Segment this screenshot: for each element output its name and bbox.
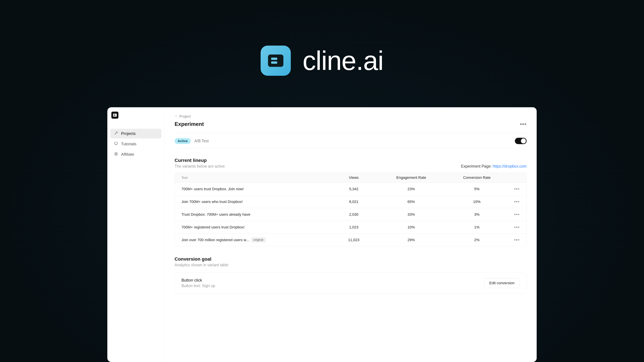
engagement-cell: 65% [378,200,444,204]
lineup-title: Current lineup [174,158,225,163]
lineup-subtitle: The variants below are active [174,164,225,169]
table-header: Text Views Engagement Rate Conversion Ra… [175,173,526,183]
variant-text: Join 700M+ users who trust Dropbox! [182,200,243,204]
sidebar-item-label: Projects [121,131,136,136]
engagement-cell: 23% [378,187,444,191]
breadcrumb-label: Project [179,114,191,119]
row-more-icon[interactable]: ••• [510,186,520,192]
main-panel: Project Experiment ••• Active A/B Test C… [164,107,537,362]
variant-text: 700M+ registered users trust Dropbox! [182,225,244,229]
svg-rect-3 [113,114,117,116]
conversion-cell: 5% [444,187,510,191]
more-icon[interactable]: ••• [520,121,526,127]
goal-title: Conversion goal [174,256,526,262]
sidebar-item-label: Affiliate [121,152,134,157]
wand-icon [114,131,118,136]
views-cell: 11,023 [329,238,378,242]
variants-table: Text Views Engagement Rate Conversion Ra… [174,173,526,246]
views-cell: 2,030 [329,212,378,217]
variant-text: Join over 700 million registered users w… [182,238,249,242]
conversion-cell: 1% [444,225,510,229]
views-cell: 8,021 [329,200,378,204]
app-window: Projects Tutorials Affiliate Project Exp… [107,107,537,362]
original-badge: original [251,238,266,242]
brand-header: cline.ai [260,45,384,76]
goal-card-sub: Button text: Sign up [182,284,215,288]
dollar-icon [114,152,118,157]
status-badge: Active [174,138,191,144]
experiment-toggle[interactable] [515,138,526,144]
row-more-icon[interactable]: ••• [510,225,520,230]
engagement-cell: 29% [378,238,444,242]
variant-text: Trust Dropbox: 700M+ users already have [182,212,250,217]
svg-rect-6 [114,142,118,144]
edit-conversion-button[interactable]: Edit conversion [484,278,520,288]
page-title: Experiment [174,121,204,127]
conversion-cell: 10% [444,200,510,204]
variant-text: 700M+ users trust Dropbox. Join now! [182,187,244,191]
table-row: Join over 700 million registered users w… [175,234,526,246]
col-engagement: Engagement Rate [378,175,444,180]
svg-rect-1 [271,58,277,60]
engagement-cell: 10% [378,225,444,229]
row-more-icon[interactable]: ••• [510,199,520,204]
sidebar-item-affiliate[interactable]: Affiliate [110,149,161,159]
chevron-left-icon [174,114,178,119]
svg-rect-0 [268,54,284,67]
conversion-cell: 3% [444,212,510,217]
svg-rect-4 [114,114,116,115]
experiment-page-link[interactable]: https://dropbox.com [493,164,526,168]
engagement-cell: 33% [378,212,444,217]
app-logo-icon [111,112,118,119]
sidebar-item-label: Tutorials [121,142,136,146]
col-views: Views [329,175,378,180]
goal-card: Button click Button text: Sign up Edit c… [174,272,526,294]
svg-rect-2 [271,61,277,64]
row-more-icon[interactable]: ••• [510,212,520,217]
table-row: 700M+ users trust Dropbox. Join now!5,34… [175,183,526,195]
brand-logo-icon [260,45,291,76]
conversion-cell: 2% [444,238,510,242]
table-row: Join 700M+ users who trust Dropbox!8,021… [175,195,526,208]
views-cell: 5,342 [329,187,378,191]
views-cell: 1,023 [329,225,378,229]
sidebar-item-tutorials[interactable]: Tutorials [110,139,161,149]
status-type: A/B Test [194,139,209,143]
col-text: Text [182,176,329,180]
goal-card-title: Button click [182,278,215,283]
goal-subtitle: Analytics shown in variant table [174,263,526,267]
row-more-icon[interactable]: ••• [510,237,520,243]
breadcrumb[interactable]: Project [174,114,526,119]
table-row: Trust Dropbox: 700M+ users already have2… [175,208,526,221]
experiment-page-label: Experiment Page: https://dropbox.com [461,164,526,169]
sidebar: Projects Tutorials Affiliate [107,107,164,362]
table-row: 700M+ registered users trust Dropbox!1,0… [175,221,526,234]
svg-rect-5 [114,115,116,116]
monitor-icon [114,141,118,146]
sidebar-item-projects[interactable]: Projects [110,129,161,138]
col-conversion: Conversion Rate [444,175,510,180]
brand-title: cline.ai [302,45,384,76]
